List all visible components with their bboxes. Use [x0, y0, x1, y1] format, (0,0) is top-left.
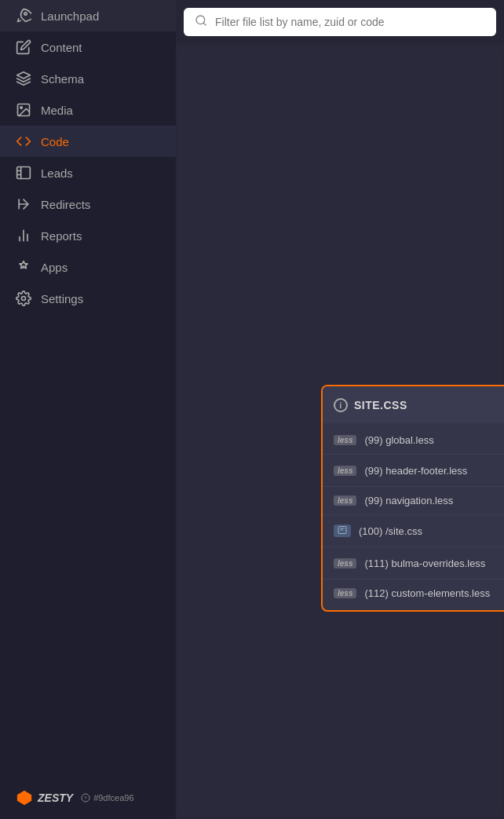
sidebar-item-settings[interactable]: Settings: [0, 283, 176, 314]
sidebar-item-label-media: Media: [41, 104, 73, 117]
sidebar-item-label-code: Code: [41, 135, 69, 148]
rocket-icon: [16, 8, 31, 24]
list-item[interactable]: less (112) custom-elements.less: [323, 580, 504, 607]
sidebar: Launchpad Content Schema: [0, 0, 176, 819]
file-badge-less: less: [334, 588, 356, 598]
list-item[interactable]: less (99) header-footer.less: [323, 455, 504, 487]
file-name: (99) navigation.less: [364, 495, 504, 506]
sidebar-item-label-settings: Settings: [41, 292, 83, 305]
sidebar-item-schema[interactable]: Schema: [0, 63, 176, 94]
popup-card: i SITE.CSS Order less (99) global.less l…: [321, 385, 504, 612]
list-item[interactable]: less (111) bulma-overrides.less: [323, 547, 504, 580]
svg-point-11: [22, 297, 26, 301]
zesty-logo: ZESTY: [16, 789, 73, 806]
layers-icon: [16, 71, 31, 86]
list-item[interactable]: (100) /site.css: [323, 515, 504, 547]
search-icon: [195, 14, 207, 30]
redirects-icon: [16, 196, 31, 212]
sidebar-item-label-launchpad: Launchpad: [41, 9, 99, 23]
popup-file-list: less (99) global.less less (99) header-f…: [323, 423, 504, 610]
popup-header-left: i SITE.CSS: [334, 398, 407, 412]
file-badge-css: [334, 525, 351, 537]
sidebar-item-label-reports: Reports: [41, 229, 82, 243]
apps-icon: [16, 259, 31, 275]
sidebar-item-label-schema: Schema: [41, 72, 84, 86]
leads-icon: [16, 165, 31, 181]
sidebar-bottom: ZESTY #9dfcea96: [0, 777, 176, 819]
sidebar-item-label-apps: Apps: [41, 261, 68, 274]
svg-point-10: [23, 266, 24, 268]
hash-badge: #9dfcea96: [81, 793, 133, 803]
file-name: (99) global.less: [364, 434, 504, 446]
list-item[interactable]: less (99) global.less: [323, 426, 504, 455]
popup-title: SITE.CSS: [354, 399, 407, 411]
main-content: i SITE.CSS Order less (99) global.less l…: [176, 0, 504, 819]
reports-icon: [16, 228, 31, 243]
search-bar: [184, 8, 496, 36]
pencil-icon: [16, 39, 31, 55]
sidebar-item-reports[interactable]: Reports: [0, 220, 176, 251]
sidebar-item-content[interactable]: Content: [0, 31, 176, 63]
hash-value: #9dfcea96: [93, 793, 133, 803]
file-name: (100) /site.css: [359, 525, 504, 537]
file-badge-less: less: [334, 495, 356, 506]
list-item[interactable]: less (99) navigation.less: [323, 487, 504, 515]
zesty-logo-text: ZESTY: [38, 792, 73, 804]
sidebar-item-label-content: Content: [41, 41, 82, 54]
svg-line-15: [203, 23, 206, 25]
sidebar-item-apps[interactable]: Apps: [0, 251, 176, 283]
file-badge-less: less: [334, 466, 356, 476]
image-icon: [16, 102, 31, 118]
file-badge-less: less: [334, 435, 356, 445]
settings-icon: [16, 291, 31, 306]
info-icon: i: [334, 398, 348, 412]
svg-point-0: [24, 13, 27, 15]
svg-rect-4: [17, 167, 31, 179]
svg-point-3: [20, 107, 22, 109]
sidebar-item-code[interactable]: Code: [0, 126, 176, 157]
file-name: (111) bulma-overrides.less: [364, 558, 504, 569]
sidebar-item-media[interactable]: Media: [0, 94, 176, 126]
file-name: (99) header-footer.less: [364, 465, 504, 477]
file-badge-less: less: [334, 558, 356, 569]
code-icon: [16, 133, 31, 149]
sidebar-item-label-leads: Leads: [41, 166, 73, 180]
sidebar-item-launchpad[interactable]: Launchpad: [0, 0, 176, 31]
search-input[interactable]: [215, 16, 485, 28]
sidebar-item-redirects[interactable]: Redirects: [0, 188, 176, 220]
svg-marker-1: [17, 72, 31, 79]
sidebar-item-leads[interactable]: Leads: [0, 157, 176, 188]
svg-marker-12: [17, 791, 31, 805]
popup-header: i SITE.CSS Order: [323, 386, 504, 423]
file-name: (112) custom-elements.less: [364, 587, 504, 599]
sidebar-item-label-redirects: Redirects: [41, 198, 90, 211]
